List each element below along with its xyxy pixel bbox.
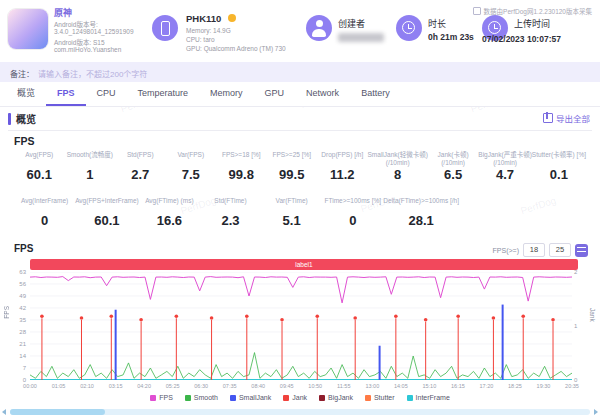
- device-name: PHK110: [186, 13, 221, 24]
- legend-item-fps[interactable]: FPS: [150, 394, 173, 401]
- legend-item-jank[interactable]: Jank: [283, 394, 307, 401]
- export-all-label: 导出全部: [556, 112, 590, 124]
- legend-item-interframe[interactable]: InterFrame: [407, 394, 450, 401]
- tab-CPU[interactable]: CPU: [86, 82, 127, 106]
- x-tick: 09:45: [280, 383, 294, 389]
- y-axis-right-title: Jank: [589, 308, 596, 322]
- x-tick: 04:20: [137, 383, 151, 389]
- device-badge-icon: [228, 14, 236, 22]
- legend-label: InterFrame: [416, 394, 450, 401]
- legend-item-smalljank[interactable]: SmallJank: [230, 394, 271, 401]
- game-avatar: [8, 9, 48, 49]
- stat-var-fps-: Var(FPS)7.5: [166, 151, 217, 182]
- fps-chart-svg: [30, 272, 572, 380]
- fps-stats-row-2: Avg(InterFrame)0Avg(FPS+InterFrame)60.1A…: [14, 197, 459, 228]
- y-tick-left: 49: [19, 293, 26, 299]
- tab-Network[interactable]: Network: [295, 82, 350, 106]
- scrollbar-left-arrow[interactable]: [2, 409, 6, 415]
- export-all-button[interactable]: 导出全部: [543, 112, 590, 124]
- stat-value: 1: [86, 167, 93, 182]
- scrollbar-handle[interactable]: [10, 409, 105, 415]
- fps-chart-plot-area: [30, 272, 572, 380]
- y-tick-left: 42: [19, 305, 26, 311]
- tab-FPS[interactable]: FPS: [46, 82, 86, 106]
- tab-Temperature[interactable]: Temperature: [127, 82, 200, 106]
- legend-label: Jank: [292, 394, 307, 401]
- scrollbar-right-arrow[interactable]: [594, 409, 598, 415]
- x-tick: 10:50: [308, 383, 322, 389]
- x-tick: 11:55: [337, 383, 350, 389]
- y-tick-left: 56: [19, 281, 26, 287]
- divider: [8, 130, 592, 131]
- x-tick: 02:10: [80, 383, 94, 389]
- creator-icon: [306, 15, 332, 41]
- stat-std-fps-: Std(FPS)2.7: [115, 151, 166, 182]
- legend-swatch-icon: [365, 395, 371, 401]
- tab-bar: 概览FPSCPUTemperatureMemoryGPUNetworkBatte…: [0, 82, 600, 107]
- y-tick-left: 21: [19, 341, 26, 347]
- chart-annotation-banner[interactable]: label1: [30, 259, 578, 270]
- stat-value: 4.7: [496, 167, 514, 182]
- stat-label: Smooth(流畅度): [67, 151, 113, 167]
- stat-value: 28.1: [409, 213, 434, 228]
- x-tick: 03:15: [109, 383, 123, 389]
- stat-label: Std(FPS): [127, 151, 154, 167]
- legend-item-stutter[interactable]: Stutter: [365, 394, 395, 401]
- x-tick: 15:10: [422, 383, 436, 389]
- y-axis-left-ticks: 635649423528211470: [4, 272, 26, 380]
- fps-threshold-input-2[interactable]: 25: [549, 243, 571, 257]
- legend-label: SmallJank: [239, 394, 271, 401]
- tab-Battery[interactable]: Battery: [350, 82, 401, 106]
- stat-label: Avg(FPS): [25, 151, 53, 167]
- stat-std-ftime-: Std(FTime)2.3: [200, 197, 261, 228]
- duration-value: 0h 21m 23s: [428, 32, 474, 42]
- remark-label: 备注：: [10, 70, 34, 79]
- stat-label: SmallJank(轻微卡顿)(/10min): [368, 151, 428, 167]
- chart-threshold-controls: FPS(>=) 18 25: [493, 243, 588, 257]
- y-tick-left: 28: [19, 329, 26, 335]
- stat-label: Avg(InterFrame): [21, 197, 68, 213]
- x-tick: 05:25: [166, 383, 180, 389]
- legend-item-bigjank[interactable]: BigJank: [319, 394, 353, 401]
- stat-jank-: Jank(卡顿)(/10min)6.5: [428, 151, 479, 182]
- remark-input[interactable]: 备注：请输入备注，不超过200个字符: [0, 62, 600, 82]
- fps-threshold-input-1[interactable]: 18: [523, 243, 545, 257]
- stat-value: 60.1: [27, 167, 52, 182]
- stat-value: 99.8: [229, 167, 254, 182]
- legend-swatch-icon: [319, 395, 325, 401]
- stat-label: Var(FPS): [177, 151, 204, 167]
- legend-label: Smooth: [194, 394, 218, 401]
- y-tick-left: 14: [19, 353, 26, 359]
- stat-value: 11.2: [330, 167, 355, 182]
- stat-avg-interframe-: Avg(InterFrame)0: [14, 197, 75, 228]
- legend-label: FPS: [159, 394, 173, 401]
- stat-label: FTime>=100ms [%]: [325, 197, 381, 213]
- x-tick: 07:35: [223, 383, 237, 389]
- creator-name-redacted: [338, 33, 384, 42]
- legend-swatch-icon: [150, 395, 156, 401]
- stat-value: 6.5: [444, 167, 462, 182]
- game-title: 原神: [54, 6, 72, 19]
- stat-value: 16.6: [157, 213, 182, 228]
- y-axis-right-ticks: 210: [574, 272, 586, 380]
- section-accent-bar: [8, 113, 11, 125]
- legend-swatch-icon: [283, 395, 289, 401]
- stat-smooth-: Smooth(流畅度)1: [65, 151, 116, 182]
- chart-settings-icon[interactable]: [575, 244, 588, 257]
- tab-概览[interactable]: 概览: [6, 82, 46, 106]
- y-tick-left: 0: [23, 377, 26, 383]
- stat-label: Jank(卡顿)(/10min): [438, 151, 469, 167]
- stat-bigjank-: BigJank(严重卡顿)(/10min)4.7: [478, 151, 531, 182]
- stat-label: Avg(FPS+InterFrame): [75, 197, 139, 213]
- stat-label: Drop(FPS) [/h]: [321, 151, 363, 167]
- stat-avg-ftime-ms-: Avg(FTime) (ms)16.6: [139, 197, 200, 228]
- stat-var-ftime-: Var(FTime)5.1: [261, 197, 322, 228]
- tab-GPU[interactable]: GPU: [254, 82, 296, 106]
- tab-Memory[interactable]: Memory: [199, 82, 254, 106]
- checkbox-icon: [473, 7, 481, 15]
- legend-item-smooth[interactable]: Smooth: [185, 394, 218, 401]
- stat-drop-fps-h-: Drop(FPS) [/h]11.2: [317, 151, 368, 182]
- stat-value: 99.5: [279, 167, 304, 182]
- stat-smalljank-: SmallJank(轻微卡顿)(/10min)8: [368, 151, 428, 182]
- y-tick-left: 63: [19, 269, 26, 275]
